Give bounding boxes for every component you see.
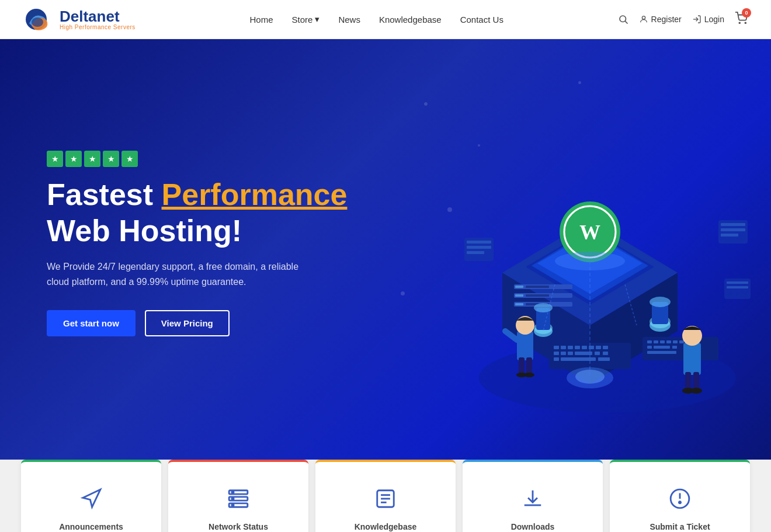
logo[interactable]: Deltanet High Performance Servers: [23, 7, 136, 32]
downloads-icon: [522, 488, 544, 515]
svg-point-66: [650, 297, 671, 307]
card-network-status[interactable]: Network Status: [168, 460, 308, 532]
svg-rect-91: [727, 281, 748, 284]
svg-point-101: [232, 504, 234, 506]
nav-store[interactable]: Store ▾: [292, 14, 320, 25]
user-icon: [639, 15, 648, 24]
header-right: Register Login 0: [618, 12, 748, 27]
svg-rect-23: [515, 294, 523, 297]
hero-title-part1: Fastest: [47, 178, 162, 211]
announcements-label: Announcements: [59, 522, 123, 531]
svg-rect-92: [727, 286, 748, 288]
svg-rect-48: [654, 340, 658, 343]
bottom-cards: Announcements Network Status Knowledgeba…: [0, 460, 771, 532]
svg-rect-69: [517, 331, 533, 360]
svg-rect-49: [660, 340, 665, 343]
svg-point-1: [32, 18, 43, 27]
view-pricing-button[interactable]: View Pricing: [145, 310, 230, 336]
svg-rect-26: [515, 303, 523, 305]
svg-point-100: [232, 498, 234, 499]
nav-knowledgebase[interactable]: Knowledgebase: [379, 15, 442, 25]
svg-rect-21: [526, 286, 549, 288]
card-knowledgebase[interactable]: Knowledgebase: [315, 460, 456, 532]
logo-icon: [23, 7, 54, 32]
rating-stars: ★ ★ ★ ★ ★: [47, 151, 347, 167]
svg-rect-72: [519, 357, 525, 375]
hero-subtitle: We Provide 24/7 legendary support, a fre…: [47, 259, 315, 289]
svg-point-6: [739, 22, 740, 23]
hero-content: ★ ★ ★ ★ ★ Fastest Performance Web Hostin…: [47, 151, 347, 337]
svg-rect-38: [561, 352, 566, 355]
svg-rect-36: [603, 346, 608, 349]
svg-rect-29: [554, 346, 559, 349]
svg-rect-73: [526, 357, 532, 375]
svg-rect-58: [647, 351, 676, 354]
login-icon: [692, 15, 701, 24]
nav-contact[interactable]: Contact Us: [460, 15, 503, 25]
store-chevron-icon: ▾: [315, 14, 319, 25]
svg-rect-35: [596, 346, 601, 349]
logo-tagline: High Performance Servers: [60, 24, 136, 30]
nav-home[interactable]: Home: [250, 15, 273, 25]
hero-section: ★ ★ ★ ★ ★ Fastest Performance Web Hostin…: [0, 39, 771, 460]
cart-button[interactable]: 0: [735, 12, 748, 27]
svg-rect-20: [515, 286, 523, 288]
svg-rect-24: [526, 294, 549, 297]
svg-rect-88: [721, 228, 745, 231]
knowledgebase-icon: [374, 488, 397, 515]
main-nav: Home Store ▾ News Knowledgebase Contact …: [250, 14, 503, 25]
svg-point-107: [679, 501, 680, 503]
svg-rect-52: [679, 340, 684, 343]
svg-line-3: [625, 21, 627, 23]
star-3: ★: [84, 151, 100, 167]
card-downloads[interactable]: Downloads: [463, 460, 603, 532]
star-4: ★: [103, 151, 119, 167]
submit-ticket-label: Submit a Ticket: [650, 522, 710, 531]
logo-brand: Deltanet: [60, 9, 136, 24]
star-1: ★: [47, 151, 63, 167]
downloads-label: Downloads: [511, 522, 555, 531]
svg-rect-76: [683, 343, 701, 375]
svg-point-68: [575, 370, 605, 384]
svg-point-75: [524, 373, 534, 377]
svg-rect-84: [467, 246, 491, 249]
cart-badge: 0: [742, 8, 751, 18]
get-started-button[interactable]: Get start now: [47, 310, 136, 336]
nav-news[interactable]: News: [338, 15, 360, 25]
register-link[interactable]: Register: [639, 15, 682, 24]
knowledgebase-label: Knowledgebase: [355, 522, 417, 531]
svg-rect-55: [647, 346, 652, 349]
svg-rect-42: [603, 352, 608, 355]
svg-rect-39: [568, 352, 573, 355]
card-submit-ticket[interactable]: Submit a Ticket: [610, 460, 750, 532]
svg-rect-56: [654, 346, 670, 349]
network-status-label: Network Status: [209, 522, 268, 531]
svg-rect-43: [554, 357, 559, 361]
svg-rect-37: [554, 352, 559, 355]
svg-rect-45: [598, 357, 610, 361]
svg-text:W: W: [579, 221, 600, 244]
svg-rect-57: [672, 346, 677, 349]
svg-rect-32: [575, 346, 580, 349]
card-announcements[interactable]: Announcements: [21, 460, 161, 532]
svg-point-7: [745, 22, 746, 23]
star-2: ★: [65, 151, 82, 167]
network-status-icon: [227, 488, 249, 515]
hero-title: Fastest Performance Web Hosting!: [47, 176, 347, 249]
server-scene-svg: W: [374, 74, 771, 425]
hero-title-highlight: Performance: [162, 178, 348, 211]
search-button[interactable]: [618, 14, 628, 25]
login-link[interactable]: Login: [692, 15, 724, 24]
svg-rect-85: [467, 251, 484, 254]
submit-ticket-icon: [669, 488, 691, 515]
svg-rect-83: [467, 241, 491, 244]
star-5: ★: [121, 151, 138, 167]
svg-rect-51: [673, 340, 678, 343]
hero-title-part2: Web Hosting!: [47, 214, 242, 248]
svg-rect-41: [595, 352, 600, 355]
svg-rect-87: [721, 223, 745, 226]
svg-point-81: [690, 388, 702, 394]
svg-rect-31: [568, 346, 573, 349]
header: Deltanet High Performance Servers Home S…: [0, 0, 771, 39]
svg-point-4: [642, 16, 645, 19]
